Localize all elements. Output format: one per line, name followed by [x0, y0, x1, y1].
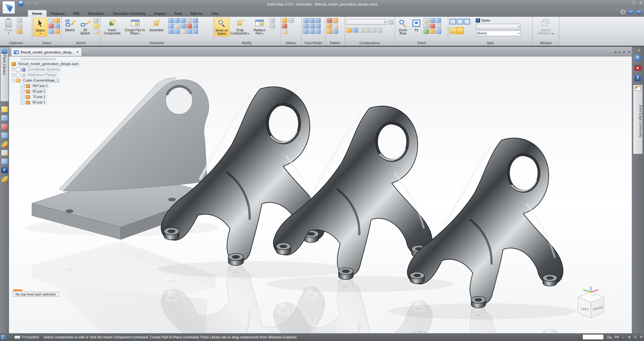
expand-icon[interactable]: + — [12, 68, 15, 71]
save-icon[interactable] — [18, 1, 24, 6]
configuration-tool-icon[interactable] — [352, 28, 358, 33]
select-tool-icon[interactable] — [48, 24, 54, 28]
move-on-select-button[interactable]: Move on Select — [214, 18, 229, 36]
pattern-tool-icon[interactable] — [333, 29, 338, 34]
sketch-tool-icon[interactable] — [93, 18, 99, 23]
pattern-tool-icon[interactable] — [333, 24, 338, 28]
modify-tool-icon[interactable] — [270, 18, 275, 23]
pathfinder-root[interactable]: Result_model_generative_design.asm — [12, 61, 89, 67]
motor-tool-icon[interactable] — [282, 29, 287, 34]
collapse-icon[interactable]: − — [12, 79, 15, 82]
restore-button[interactable]: ❐ — [632, 1, 635, 5]
tab-tools[interactable]: Tools — [170, 10, 186, 17]
scroll-tabs-right-icon[interactable]: ▸ — [619, 50, 621, 54]
cut-icon[interactable] — [17, 18, 22, 23]
tree-item-assembly-copy[interactable]: − Copie d'assemblage_1 — [12, 78, 89, 83]
face-relate-tool-icon[interactable] — [315, 18, 321, 23]
pattern-tool-icon[interactable] — [327, 18, 332, 23]
relate-tool-icon[interactable] — [186, 29, 192, 34]
insert-component-button[interactable]: Insert Component — [101, 18, 123, 36]
heatmap-results-icon[interactable] — [1, 141, 8, 147]
navigator-icon[interactable] — [1, 132, 8, 138]
facebook-icon[interactable]: f — [634, 74, 641, 81]
sketch-button[interactable]: Sketch — [62, 18, 77, 33]
paste-button[interactable]: Paste ▾ — [1, 18, 16, 36]
relate-tool-icon[interactable] — [168, 24, 174, 28]
orient-tool-icon[interactable] — [430, 29, 435, 34]
configuration-tool-icon[interactable] — [388, 20, 393, 24]
orient-tool-icon[interactable] — [423, 24, 429, 28]
sketch-tool-icon[interactable] — [93, 24, 99, 28]
status-input[interactable] — [582, 334, 604, 340]
minimize-button[interactable]: – — [626, 1, 628, 5]
checkbox-checked[interactable]: ✓ — [21, 84, 25, 88]
relate-tool-icon[interactable] — [186, 24, 192, 28]
face-relate-tool-icon[interactable] — [309, 29, 315, 34]
checkbox-checked[interactable]: ✓ — [21, 95, 25, 99]
help-icon[interactable]: ? — [620, 10, 625, 15]
chevron-down-icon[interactable]: ▾ — [30, 2, 31, 5]
switch-windows-button[interactable]: Switch Windows ▾ — [535, 18, 557, 36]
tab-inspect[interactable]: Inspect — [150, 10, 170, 17]
select-tool-icon[interactable] — [54, 29, 60, 34]
select-filter-icon[interactable] — [48, 18, 54, 23]
configuration-tool-icon[interactable] — [358, 28, 364, 33]
checkbox[interactable] — [16, 73, 20, 77]
orient-tool-icon[interactable] — [423, 29, 429, 34]
compare-icon[interactable] — [1, 124, 8, 130]
tab-simulation[interactable]: Simulation — [84, 10, 109, 17]
sensors-icon[interactable] — [1, 106, 8, 112]
redo-button[interactable]: ↷▾ — [33, 1, 38, 6]
tab-list-icon[interactable]: ▾ — [623, 50, 625, 54]
undo-button[interactable]: ↶▾ — [25, 1, 31, 6]
create-part-in-place-button[interactable]: Create Part In-Place ▾ — [123, 18, 147, 36]
checkbox-checked[interactable]: ✓ — [21, 89, 25, 93]
orient-tool-icon[interactable] — [430, 24, 435, 28]
view-cube[interactable]: TOP LEFT FRONT — [573, 286, 609, 320]
panel-toggle-icon[interactable] — [636, 10, 641, 14]
viewport-3d[interactable]: Result_model_generative_design.asm + Coo… — [9, 57, 632, 333]
configuration-dropdown[interactable]: ▾ — [346, 19, 386, 25]
tab-group-close-icon[interactable]: ✕ — [628, 50, 630, 54]
orient-tool-icon[interactable] — [423, 18, 429, 23]
checkbox-checked[interactable]: ✓ — [21, 100, 25, 104]
wireframe-style-icon[interactable] — [457, 19, 463, 24]
relate-tool-icon[interactable] — [174, 29, 180, 34]
configuration-tool-icon[interactable] — [377, 28, 382, 33]
relate-tool-icon[interactable] — [180, 24, 186, 28]
text-scale-down-icon[interactable]: A▾ — [615, 335, 619, 339]
configuration-tool-icon[interactable] — [371, 28, 376, 33]
relate-tool-icon[interactable] — [174, 24, 180, 28]
sketch-tool-icon[interactable] — [93, 29, 99, 34]
face-relate-tool-icon[interactable] — [309, 24, 315, 28]
face-relate-tool-icon[interactable] — [303, 24, 308, 28]
tab-view[interactable]: View — [207, 10, 223, 17]
configuration-tool-icon[interactable] — [365, 28, 370, 33]
component-grid-icon[interactable] — [1, 159, 8, 164]
select-tool-icon[interactable] — [54, 24, 60, 28]
tab-add-ins[interactable]: Add Ins — [186, 10, 207, 17]
chevron-down-icon[interactable]: ▾ — [37, 2, 38, 5]
youtube-icon[interactable] — [634, 65, 641, 71]
customize-quick-access-icon[interactable]: ▾ — [40, 2, 42, 5]
assemble-button[interactable]: Assemble — [148, 18, 165, 33]
tree-item-part[interactable]: ✓ 80.par:1 — [21, 100, 89, 105]
drag-component-button[interactable]: Drag Component ▾ — [230, 18, 250, 36]
relate-tool-icon[interactable] — [193, 18, 198, 23]
pattern-tool-icon[interactable] — [333, 18, 338, 23]
tree-item-part[interactable]: ✓ 70.par:1 — [21, 94, 89, 100]
rotational-motor-icon[interactable] — [282, 18, 287, 23]
replace-part-button[interactable]: Replace Part ▾ — [251, 18, 269, 36]
tab-simulation-geometry[interactable]: Simulation Geometry — [109, 10, 150, 17]
relate-tool-icon[interactable] — [174, 18, 180, 23]
pattern-tool-icon[interactable] — [327, 24, 332, 28]
face-style-dropdown[interactable]: (None)▾ — [476, 31, 521, 36]
tree-item-part[interactable]: ✓ INIT.par:1 — [21, 83, 89, 89]
view-style-dropdown[interactable]: ▾ — [476, 24, 521, 29]
tab-features[interactable]: Features — [47, 10, 69, 17]
face-relate-tool-icon[interactable] — [315, 24, 321, 28]
select-tool-icon[interactable] — [48, 29, 54, 34]
relate-tool-icon[interactable] — [168, 29, 174, 34]
application-menu-button[interactable] — [2, 1, 15, 14]
expand-icon[interactable]: + — [12, 73, 15, 77]
